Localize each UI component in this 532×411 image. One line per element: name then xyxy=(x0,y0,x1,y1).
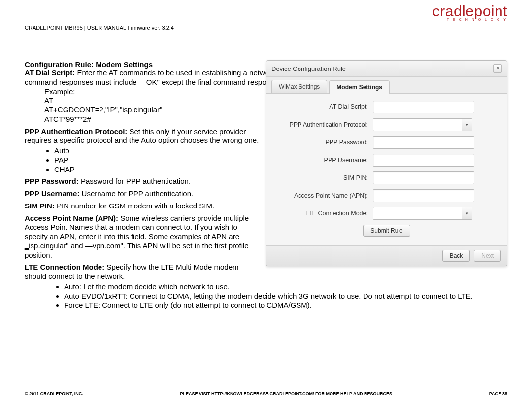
label-sim-pin: SIM PIN: xyxy=(274,174,373,182)
input-at-dial[interactable] xyxy=(373,101,474,113)
ppp-auth-paragraph: PPP Authentication Protocol: Set this on… xyxy=(25,127,261,146)
label-ppp-pass: PPP Password: xyxy=(274,139,373,146)
example-block: Example: AT AT+CGDCONT=2,"IP","isp.cingu… xyxy=(44,87,261,124)
tab-modem-settings[interactable]: Modem Settings xyxy=(329,80,390,94)
dialog-titlebar: Device Configuration Rule ✕ xyxy=(266,61,507,77)
input-ppp-pass[interactable] xyxy=(373,136,474,149)
lte-list: Auto: Let the modem decide which network… xyxy=(54,282,507,310)
label-lte: LTE Connection Mode: xyxy=(274,210,373,217)
footer-right: PAGE 88 xyxy=(489,391,507,396)
lte-paragraph: LTE Connection Mode: Specify how the LTE… xyxy=(25,263,261,281)
chevron-down-icon: ▾ xyxy=(462,207,472,219)
ppp-username-paragraph: PPP Username: Username for PPP authentic… xyxy=(25,189,261,199)
input-sim-pin[interactable] xyxy=(373,171,474,184)
footer-link[interactable]: HTTP://KNOWLEDGEBASE.CRADLEPOINT.COM/ xyxy=(211,391,314,396)
sim-pin-paragraph: SIM PIN: PIN number for GSM modem with a… xyxy=(25,202,261,211)
dialog-tabs: WiMax Settings Modem Settings xyxy=(266,77,507,94)
input-apn[interactable] xyxy=(373,189,474,202)
label-ppp-auth: PPP Authentication Protocol: xyxy=(274,121,373,129)
device-config-dialog: Device Configuration Rule ✕ WiMax Settin… xyxy=(266,60,507,266)
at-dial-label: AT Dial Script: xyxy=(25,68,75,77)
label-apn: Access Point Name (APN): xyxy=(274,192,373,200)
brand-logo: cradlepoint T E C H N O L O G Y xyxy=(426,3,507,21)
ppp-auth-list: Auto PAP CHAP xyxy=(44,146,261,174)
logo-text: cradlepoint xyxy=(432,3,507,19)
apn-paragraph: Access Point Name (APN): Some wireless c… xyxy=(25,214,261,260)
label-ppp-user: PPP Username: xyxy=(274,157,373,164)
label-at-dial: AT Dial Script: xyxy=(274,103,373,111)
doc-header: CRADLEPOINT MBR95 | USER MANUAL Firmware… xyxy=(25,25,507,31)
footer-left: © 2011 CRADLEPOINT, INC. xyxy=(25,391,83,396)
next-button[interactable]: Next xyxy=(474,250,501,262)
chevron-down-icon: ▾ xyxy=(462,119,472,131)
tab-wimax-settings[interactable]: WiMax Settings xyxy=(271,80,327,93)
page-footer: © 2011 CRADLEPOINT, INC. PLEASE VISIT HT… xyxy=(25,391,507,396)
back-button[interactable]: Back xyxy=(442,250,470,262)
select-ppp-auth[interactable]: ▾ xyxy=(373,118,472,131)
input-ppp-user[interactable] xyxy=(373,154,474,167)
dialog-title-text: Device Configuration Rule xyxy=(271,65,346,72)
close-icon[interactable]: ✕ xyxy=(493,64,502,73)
ppp-password-paragraph: PPP Password: Password for PPP authentic… xyxy=(25,177,261,186)
select-lte[interactable]: ▾ xyxy=(373,207,472,220)
submit-rule-button[interactable]: Submit Rule xyxy=(363,225,410,237)
footer-mid: PLEASE VISIT HTTP://KNOWLEDGEBASE.CRADLE… xyxy=(180,391,392,396)
